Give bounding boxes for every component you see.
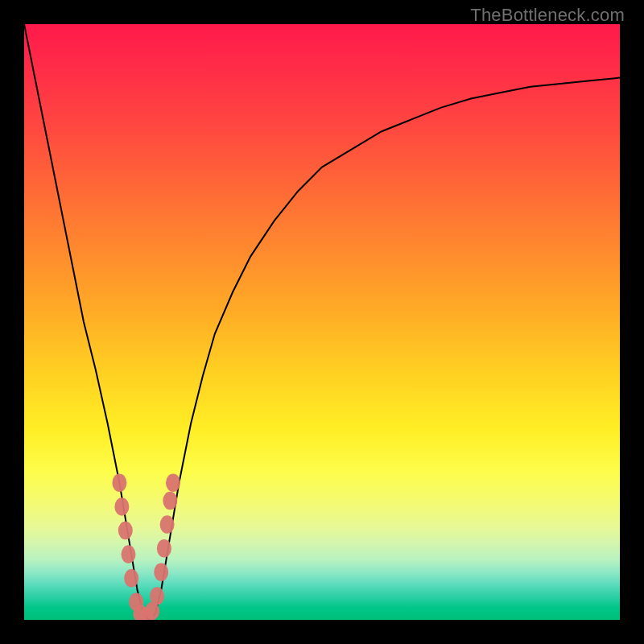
- highlight-dot-0: [112, 474, 126, 493]
- chart-svg: [24, 24, 620, 620]
- highlight-dot-14: [166, 474, 180, 493]
- highlight-dot-10: [154, 564, 168, 582]
- highlight-dot-1: [114, 497, 129, 516]
- highlight-dot-9: [150, 587, 164, 605]
- highlight-dot-3: [122, 545, 136, 564]
- highlight-dot-11: [157, 539, 171, 558]
- highlight-dot-12: [160, 515, 175, 534]
- highlight-dot-2: [118, 522, 133, 540]
- bottleneck-curve: [24, 24, 620, 620]
- highlight-dot-13: [163, 492, 177, 510]
- watermark-text: TheBottleneck.com: [470, 5, 625, 26]
- highlight-dot-4: [124, 569, 138, 588]
- chart-frame: TheBottleneck.com: [0, 0, 644, 644]
- highlighted-points-group: [112, 474, 180, 620]
- plot-area: [24, 24, 620, 620]
